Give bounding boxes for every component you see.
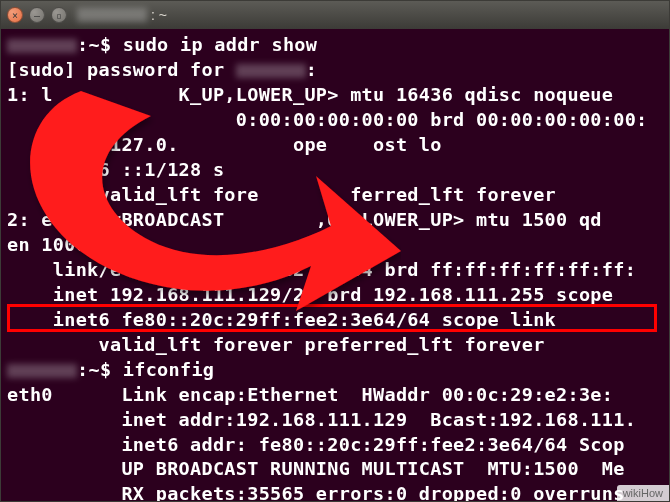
output-line: 1: l <box>7 84 53 105</box>
output-line: K_UP,LOWER_UP> mtu 16436 qdisc noqueue <box>179 84 614 105</box>
output-line: RX packets:35565 errors:0 dropped:0 over… <box>7 483 625 502</box>
prompt-suffix: :~$ <box>77 359 123 380</box>
output-line: inet 127.0. <box>7 134 179 155</box>
terminal-body[interactable]: :~$ sudo ip addr show [sudo] password fo… <box>1 29 669 502</box>
output-line: UP BROADCAST RUNNING MULTICAST MTU:1500 … <box>7 458 625 479</box>
close-icon[interactable]: × <box>7 7 23 23</box>
output-line: ferred_lft forever <box>350 184 556 205</box>
output-line: 64 brd ff:ff:ff:ff:ff:ff: <box>350 259 636 280</box>
output-line: inet6 addr: fe80::20c:29ff:fee2:3e64/64 … <box>7 434 625 455</box>
output-line: ost lo <box>373 134 442 155</box>
watermark: wikiHow <box>617 485 669 501</box>
output-line: 2: eth0: <BROADCAST <box>7 209 224 230</box>
output-line: link/lo <box>7 109 133 130</box>
window-controls: × – ▫ <box>7 7 67 23</box>
blurred-prompt-user <box>7 39 77 53</box>
prompt-suffix: :~$ <box>77 34 123 55</box>
minimize-icon[interactable]: – <box>29 7 45 23</box>
terminal-window: × – ▫ : ~ :~$ sudo ip addr show [sudo] p… <box>0 0 670 502</box>
output-line: inet addr:192.168.111.129 Bcast:192.168.… <box>7 409 636 430</box>
output-line: ope <box>293 134 327 155</box>
blurred-prompt-user <box>7 364 77 378</box>
sudo-suffix: : <box>306 59 317 80</box>
command-1: sudo ip addr show <box>123 34 317 55</box>
output-line: en 1000 <box>7 234 87 255</box>
window-title: : ~ <box>77 7 167 23</box>
output-line: link/ether 00:0c:29:e2 <box>7 259 304 280</box>
sudo-prefix: [sudo] password for <box>7 59 236 80</box>
blurred-username <box>77 8 147 22</box>
output-line: inet6 fe80::20c:29ff:fee2:3e64/64 scope … <box>7 309 556 330</box>
command-2: ifconfig <box>123 359 215 380</box>
title-suffix: : ~ <box>151 7 167 23</box>
output-line-highlighted: inet 192.168.111.129/24 brd 192.168.111.… <box>7 284 613 305</box>
output-line: valid_lft fore <box>7 184 259 205</box>
output-line: eth0 Link encap:Ethernet HWaddr 00:0c:29… <box>7 384 613 405</box>
maximize-icon[interactable]: ▫ <box>51 7 67 23</box>
blurred-sudo-user <box>236 64 306 78</box>
output-line: ,UP,LOWER_UP> mtu 1500 qd <box>316 209 602 230</box>
titlebar: × – ▫ : ~ <box>1 1 669 29</box>
output-line: inet6 ::1/128 s <box>7 159 224 180</box>
output-line: valid_lft forever preferred_lft forever <box>7 334 545 355</box>
output-line: 0:00:00:00:00:00 brd 00:00:00:00:00: <box>236 109 648 130</box>
